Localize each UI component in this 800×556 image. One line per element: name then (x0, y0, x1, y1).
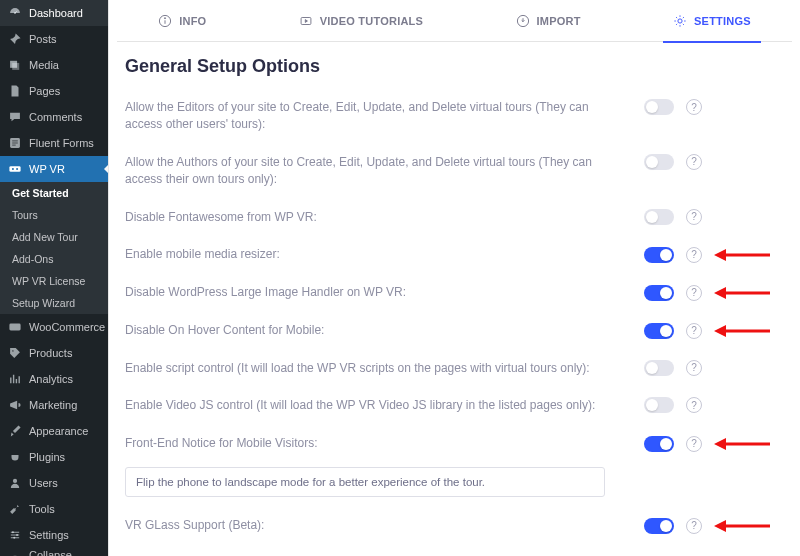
menu-tools[interactable]: Tools (0, 496, 108, 522)
menu-plugins[interactable]: Plugins (0, 444, 108, 470)
gauge-icon (8, 6, 22, 20)
tab-import[interactable]: IMPORT (506, 0, 591, 42)
submenu-license[interactable]: WP VR License (0, 270, 108, 292)
menu-woo[interactable]: WooCommerce (0, 314, 108, 340)
menu-label: Collapse menu (29, 549, 100, 556)
svg-marker-23 (714, 325, 726, 337)
vr-icon (8, 162, 22, 176)
svg-rect-2 (9, 166, 20, 172)
menu-analytics[interactable]: Analytics (0, 366, 108, 392)
svg-marker-27 (714, 520, 726, 532)
menu-label: WooCommerce (29, 321, 105, 333)
pin-icon (8, 32, 22, 46)
toggle[interactable] (644, 154, 674, 170)
tab-info[interactable]: INFO (148, 0, 216, 42)
svg-point-6 (12, 350, 13, 351)
menu-appearance[interactable]: Appearance (0, 418, 108, 444)
tab-bar: INFO VIDEO TUTORIALS IMPORT SETTINGS (117, 0, 792, 42)
option-row: Enable mobile media resizer:? (125, 240, 784, 278)
option-label: Allow the Authors of your site to Create… (125, 154, 634, 189)
help-icon[interactable]: ? (686, 99, 702, 115)
toggle[interactable] (644, 397, 674, 413)
option-vr-glass: VR GLass Support (Beta): ? (125, 511, 784, 549)
annotation-arrow (714, 284, 770, 302)
help-icon[interactable]: ? (686, 154, 702, 170)
submenu-tours[interactable]: Tours (0, 204, 108, 226)
help-icon[interactable]: ? (686, 436, 702, 452)
toggle-vr-glass[interactable] (644, 518, 674, 534)
svg-rect-5 (9, 324, 20, 331)
tab-video[interactable]: VIDEO TUTORIALS (289, 0, 433, 42)
user-icon (8, 476, 22, 490)
menu-settings[interactable]: Settings (0, 522, 108, 548)
help-icon[interactable]: ? (686, 397, 702, 413)
tab-label: VIDEO TUTORIALS (320, 15, 423, 27)
submenu-getstarted[interactable]: Get Started (0, 182, 108, 204)
comment-icon (8, 110, 22, 124)
brush-icon (8, 424, 22, 438)
menu-products[interactable]: Products (0, 340, 108, 366)
mobile-notice-input[interactable] (125, 467, 605, 497)
menu-fluentforms[interactable]: Fluent Forms (0, 130, 108, 156)
svg-point-3 (12, 168, 14, 170)
option-row: Disable WordPress Large Image Handler on… (125, 278, 784, 316)
option-row: Disable Fontawesome from WP VR:? (125, 203, 784, 240)
menu-dashboard[interactable]: Dashboard (0, 0, 108, 26)
help-icon[interactable]: ? (686, 360, 702, 376)
page-icon (8, 84, 22, 98)
help-icon[interactable]: ? (686, 209, 702, 225)
svg-marker-19 (714, 249, 726, 261)
help-icon[interactable]: ? (686, 247, 702, 263)
menu-marketing[interactable]: Marketing (0, 392, 108, 418)
menu-users[interactable]: Users (0, 470, 108, 496)
svg-point-17 (678, 18, 682, 22)
svg-marker-25 (714, 438, 726, 450)
menu-label: Products (29, 347, 72, 359)
menu-label: Pages (29, 85, 60, 97)
annotation-arrow (714, 517, 770, 535)
toggle[interactable] (644, 285, 674, 301)
toggle[interactable] (644, 360, 674, 376)
toggle[interactable] (644, 323, 674, 339)
menu-pages[interactable]: Pages (0, 78, 108, 104)
submenu-setup[interactable]: Setup Wizard (0, 292, 108, 314)
toggle[interactable] (644, 99, 674, 115)
help-icon[interactable]: ? (686, 518, 702, 534)
menu-label: Plugins (29, 451, 65, 463)
chart-icon (8, 372, 22, 386)
sliders-icon (8, 528, 22, 542)
help-icon[interactable]: ? (686, 323, 702, 339)
option-label: Disable WordPress Large Image Handler on… (125, 284, 634, 301)
toggle[interactable] (644, 436, 674, 452)
tab-settings[interactable]: SETTINGS (663, 0, 761, 42)
menu-wpvr[interactable]: WP VR (0, 156, 108, 182)
menu-label: Appearance (29, 425, 88, 437)
menu-label: Marketing (29, 399, 77, 411)
megaphone-icon (8, 398, 22, 412)
option-label: Front-End Notice for Mobile Visitors: (125, 435, 634, 452)
option-label: VR GLass Support (Beta): (125, 517, 634, 534)
menu-label: Posts (29, 33, 57, 45)
import-icon (516, 14, 530, 28)
tab-label: SETTINGS (694, 15, 751, 27)
svg-point-8 (12, 531, 14, 533)
help-icon[interactable]: ? (686, 285, 702, 301)
menu-label: Settings (29, 529, 69, 541)
wrench-icon (8, 502, 22, 516)
menu-label: Tools (29, 503, 55, 515)
menu-media[interactable]: Media (0, 52, 108, 78)
play-icon (299, 14, 313, 28)
submenu-addons[interactable]: Add-Ons (0, 248, 108, 270)
svg-point-4 (16, 168, 18, 170)
option-row: Enable script control (It will load the … (125, 354, 784, 391)
option-label: Enable mobile media resizer: (125, 246, 634, 263)
main-panel: INFO VIDEO TUTORIALS IMPORT SETTINGS Gen… (108, 0, 800, 556)
menu-comments[interactable]: Comments (0, 104, 108, 130)
media-icon (8, 58, 22, 72)
toggle[interactable] (644, 247, 674, 263)
toggle[interactable] (644, 209, 674, 225)
menu-posts[interactable]: Posts (0, 26, 108, 52)
submenu-addnew[interactable]: Add New Tour (0, 226, 108, 248)
menu-collapse[interactable]: Collapse menu (0, 548, 108, 556)
annotation-arrow (714, 322, 770, 340)
